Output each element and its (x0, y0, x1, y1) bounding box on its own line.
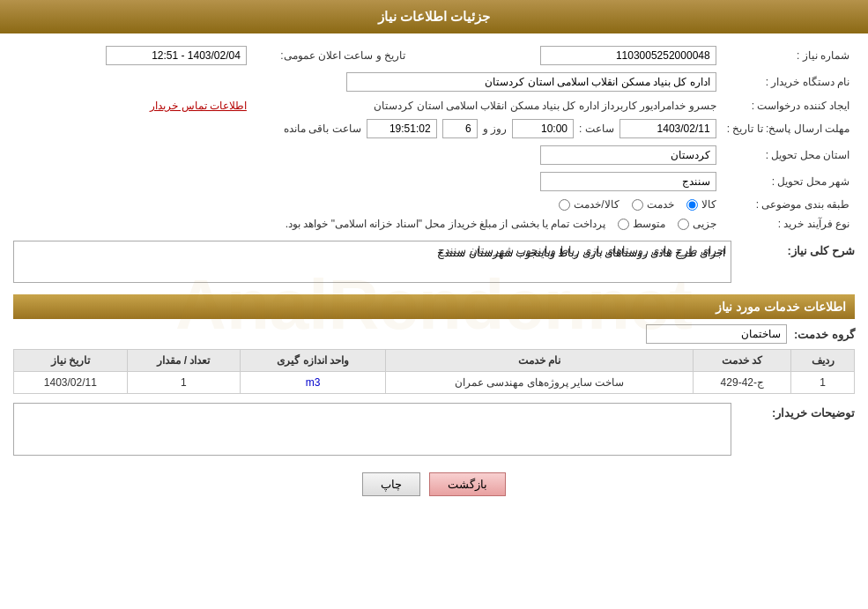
main-content: شماره نیاز : تاریخ و ساعت اعلان عمومی: ن… (0, 33, 868, 505)
service-group-input (646, 324, 787, 344)
table-row: 1 ج-42-429 ساخت سایر پروژه‌های مهندسی عم… (14, 372, 855, 394)
col-header-date: تاریخ نیاز (14, 350, 128, 372)
response-days-label: روز و (483, 123, 507, 135)
page-wrapper: جزئیات اطلاعات نیاز شماره نیاز : تاریخ و… (0, 0, 868, 609)
cell-row: 1 (791, 372, 855, 394)
col-header-name: نام خدمت (385, 350, 693, 372)
buyer-org-cell (13, 69, 722, 95)
province-label: استان محل تحویل : (722, 142, 855, 168)
general-desc-label: شرح کلی نیاز: (740, 241, 855, 257)
announcement-datetime-label: تاریخ و ساعت اعلان عمومی: (252, 42, 411, 69)
buyer-desc-row: توضیحات خریدار: (13, 403, 855, 458)
back-button[interactable]: بازگشت (429, 472, 506, 496)
general-desc-textarea[interactable] (13, 241, 731, 283)
created-by-value: جسرو خدامرادیور کاربرداز اداره کل بنیاد … (374, 100, 716, 112)
purchase-type-motavasset[interactable]: متوسط (618, 218, 665, 230)
response-deadline-label: مهلت ارسال پاسخ: تا تاریخ : (722, 115, 855, 142)
response-remaining-input (367, 119, 437, 138)
reference-number-input (540, 46, 716, 65)
services-section-title: اطلاعات خدمات مورد نیاز (13, 294, 855, 319)
service-group-label: گروه خدمت: (794, 328, 855, 341)
response-remaining-label: ساعت باقی مانده (284, 123, 361, 135)
created-by-label: ایجاد کننده درخواست : (722, 95, 855, 115)
col-header-row: ردیف (791, 350, 855, 372)
purchase-type-jozee[interactable]: جزیی (678, 218, 716, 230)
col-header-qty: تعداد / مقدار (127, 350, 241, 372)
services-table: ردیف کد خدمت نام خدمت واحد اندازه گیری ت… (13, 349, 855, 394)
general-desc-content: اجرای طرح هادی روستاهای بازی رباط وباینج… (13, 241, 731, 286)
city-label: شهر محل تحویل : (722, 168, 855, 195)
print-button[interactable]: چاپ (362, 472, 420, 496)
purchase-notice: پرداخت تمام یا بخشی از مبلغ خریداز محل "… (286, 218, 605, 230)
cell-qty: 1 (127, 372, 241, 394)
response-date-input (619, 119, 716, 138)
response-time-input (512, 119, 574, 138)
purchase-type-cell: جزیی متوسط پرداخت تمام یا بخشی از مبلغ خ… (13, 214, 722, 234)
buyer-desc-textarea[interactable] (13, 403, 731, 456)
buttons-row: بازگشت چاپ (13, 472, 855, 496)
reference-number-cell (427, 42, 722, 69)
general-desc-row: شرح کلی نیاز: اجرای طرح هادی روستاهای با… (13, 241, 855, 286)
buyer-org-input (346, 72, 716, 92)
city-cell (13, 168, 722, 195)
city-input (540, 172, 716, 191)
category-label: طبقه بندی موضوعی : (722, 195, 855, 214)
contact-link[interactable]: اطلاعات تماس خریدار (150, 100, 247, 112)
cell-unit: m3 (241, 372, 386, 394)
info-table: شماره نیاز : تاریخ و ساعت اعلان عمومی: ن… (13, 42, 855, 234)
col-header-code: کد خدمت (694, 350, 791, 372)
purchase-type-label: نوع فرآیند خرید : (722, 214, 855, 234)
category-kala-option[interactable]: کالا (686, 198, 716, 211)
announcement-datetime-input (106, 46, 247, 65)
category-cell: کالا خدمت کالا/خدمت (13, 195, 722, 214)
cell-date: 1403/02/11 (14, 372, 128, 394)
announcement-datetime-cell (13, 42, 252, 69)
category-khedmat-option[interactable]: خدمت (632, 198, 674, 211)
buyer-desc-content (13, 403, 731, 458)
response-days-input (442, 119, 478, 138)
cell-code: ج-42-429 (694, 372, 791, 394)
cell-name: ساخت سایر پروژه‌های مهندسی عمران (385, 372, 693, 394)
page-header: جزئیات اطلاعات نیاز (0, 0, 868, 33)
response-time-label: ساعت : (579, 123, 614, 135)
buyer-desc-label: توضیحات خریدار: (740, 403, 855, 420)
buyer-org-label: نام دستگاه خریدار : (722, 69, 855, 95)
service-group-row: گروه خدمت: (13, 324, 855, 344)
reference-number-label: شماره نیاز : (722, 42, 855, 69)
created-by-cell: جسرو خدامرادیور کاربرداز اداره کل بنیاد … (252, 95, 722, 115)
contact-link-cell[interactable]: اطلاعات تماس خریدار (13, 95, 252, 115)
header-title: جزئیات اطلاعات نیاز (378, 9, 490, 24)
response-deadline-cell: ساعت : روز و ساعت باقی مانده (13, 115, 722, 142)
col-header-unit: واحد اندازه گیری (241, 350, 386, 372)
province-input (540, 145, 716, 165)
category-kala-khedmat-option[interactable]: کالا/خدمت (559, 198, 619, 211)
province-cell (13, 142, 722, 168)
